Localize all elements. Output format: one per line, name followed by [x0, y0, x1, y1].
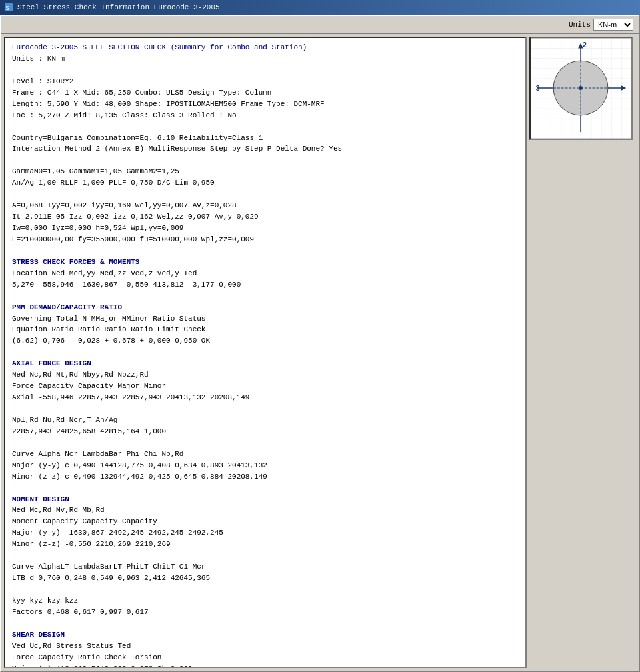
stress-forces-row1: 5,270 -558,946 -1630,867 -0,550 413,812 …	[12, 280, 519, 291]
units-label: Units	[569, 21, 591, 29]
moment-sub-header: Med Mc,Rd Mv,Rd Mb,Rd	[12, 505, 519, 516]
axial-header: AXIAL FORCE DESIGN	[12, 359, 519, 369]
moment-row2: Minor (z-z) -0,550 2210,269 2210,269	[12, 539, 519, 550]
ltb-row: LTB d 0,760 0,248 0,549 0,963 2,412 4264…	[12, 573, 519, 584]
moment-row1: Major (y-y) -1630,867 2492,245 2492,245 …	[12, 528, 519, 539]
app-icon: S	[4, 3, 13, 12]
pmm-row1: (6.62) 0,706 = 0,028 + 0,678 + 0,000 0,9…	[12, 336, 519, 347]
prop-A: A=0,068 Iyy=0,002 iyy=0,169 Wel,yy=0,007…	[12, 201, 519, 211]
moment-header: MOMENT DESIGN	[12, 495, 519, 505]
axial-col3: Curve Alpha Ncr LambdaBar Phi Chi Nb,Rd	[12, 449, 519, 460]
svg-text:S: S	[5, 5, 9, 11]
pmm-col1: Governing Total N MMajor MMinor Ratio St…	[12, 314, 519, 325]
shear-sub-header: Ved Uc,Rd Stress Status Ted	[12, 641, 519, 652]
axial-sub-header2: Force Capacity Capacity Major Minor	[12, 381, 519, 392]
gamma-line2: An/Ag=1,00 RLLF=1,000 PLLF=0,750 D/C Lim…	[12, 178, 519, 189]
header-line1: Eurocode 3-2005 STEEL SECTION CHECK (Sum…	[12, 43, 519, 53]
axial-sub2: Npl,Rd Nu,Rd Ncr,T An/Ag	[12, 415, 519, 426]
cross-section-svg: 2 3	[531, 37, 631, 140]
ltb-header: Curve AlphaLT LambdaBarLT PhiLT ChiLT C1…	[12, 562, 519, 573]
stress-forces-cols: Location Ned Med,yy Med,zz Ved,z Ved,y T…	[12, 269, 519, 279]
svg-text:2: 2	[583, 41, 587, 49]
shear-header: SHEAR DESIGN	[12, 630, 519, 641]
info-loc: Loc : 5,270 Z Mid: 8,135 Class: Class 3 …	[12, 111, 519, 121]
stress-forces-header: STRESS CHECK FORCES & MOMENTS	[12, 257, 519, 268]
prop-Iw: Iw=0,000 Iyz=0,000 h=0,524 Wpl,yy=0,009	[12, 223, 519, 234]
main-window: Units KN-m KN-cm N-mm Eurocode 3-2005 ST…	[0, 15, 640, 672]
axial-row3b: Minor (z-z) c 0,490 132944,492 0,425 0,6…	[12, 472, 519, 483]
info-level: Level : STORY2	[12, 77, 519, 87]
axial-sub-header: Ned Nc,Rd Nt,Rd Nbyy,Rd Nbzz,Rd	[12, 370, 519, 381]
svg-text:3: 3	[536, 84, 540, 92]
text-panel[interactable]: Eurocode 3-2005 STEEL SECTION CHECK (Sum…	[4, 37, 527, 668]
axial-row2: 22857,943 24825,658 42815,164 1,000	[12, 427, 519, 437]
header-line2: Units : KN-m	[12, 54, 519, 65]
moment-sub-header2: Moment Capacity Capacity Capacity	[12, 517, 519, 527]
units-select[interactable]: KN-m KN-cm N-mm	[593, 19, 633, 31]
pmm-header: PMM DEMAND/CAPACITY RATIO	[12, 303, 519, 313]
content-area: Eurocode 3-2005 STEEL SECTION CHECK (Sum…	[1, 34, 639, 671]
toolbar: Units KN-m KN-cm N-mm	[1, 16, 639, 34]
window-title: Steel Stress Check Information Eurocode …	[17, 3, 220, 11]
cross-section-box: 2 3	[529, 37, 633, 140]
info-country: Country=Bulgaria Combination=Eq. 6.10 Re…	[12, 133, 519, 144]
shear-row1: Major (z) 413,812 5642,093 0,073 Ok 0,00…	[12, 664, 519, 668]
axial-row3a: Major (y-y) c 0,490 144128,775 0,408 0,6…	[12, 461, 519, 471]
info-interaction: Interaction=Method 2 (Annex B) MultiResp…	[12, 144, 519, 155]
info-frame: Frame : C44-1 X Mid: 65,250 Combo: ULS5 …	[12, 88, 519, 99]
pmm-col2: Equation Ratio Ratio Ratio Ratio Limit C…	[12, 325, 519, 335]
axial-row-axial: Axial -558,946 22857,943 22857,943 20413…	[12, 393, 519, 403]
prop-It: It=2,911E-05 Izz=0,002 izz=0,162 Wel,zz=…	[12, 212, 519, 223]
prop-E: E=210000000,00 fy=355000,000 fu=510000,0…	[12, 235, 519, 245]
kfactors-header: kyy kyz kzy kzz	[12, 596, 519, 607]
gamma-line1: GammaM0=1,05 GammaM1=1,05 GammaM2=1,25	[12, 167, 519, 177]
right-panel: 2 3	[529, 37, 636, 668]
kfactors-row: Factors 0,468 0,617 0,997 0,617	[12, 607, 519, 618]
title-bar: S Steel Stress Check Information Eurocod…	[0, 0, 640, 15]
info-length: Length: 5,590 Y Mid: 48,000 Shape: IPOST…	[12, 99, 519, 110]
shear-sub-header2: Force Capacity Ratio Check Torsion	[12, 653, 519, 663]
